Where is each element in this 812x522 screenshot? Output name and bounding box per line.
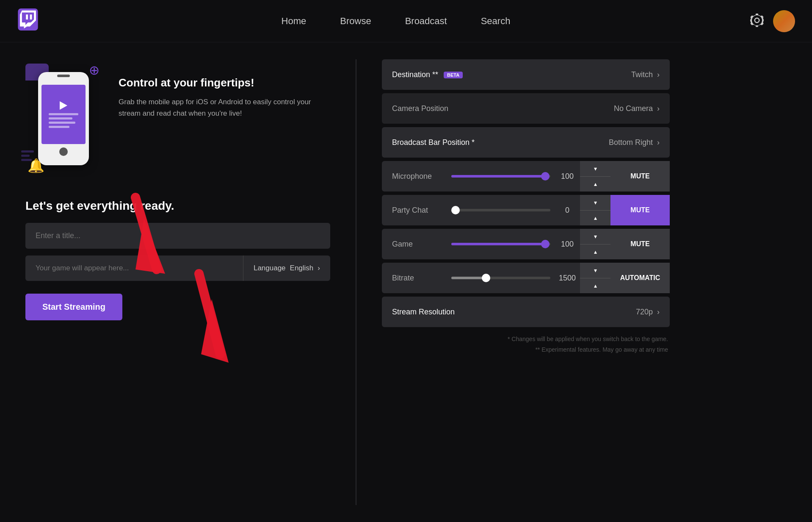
microphone-slider[interactable] — [451, 175, 550, 178]
party-chat-value: 0 — [555, 206, 580, 215]
camera-position-row[interactable]: Camera Position No Camera › — [382, 93, 670, 124]
stream-title-input[interactable] — [25, 223, 330, 249]
phone-home-button — [59, 147, 68, 156]
nav-search[interactable]: Search — [481, 16, 511, 27]
main-content: ⊕ — [0, 42, 812, 522]
party-chat-btn-group: ▾ ▴ — [580, 195, 610, 225]
avatar[interactable] — [773, 10, 795, 32]
chevron-right-icon: › — [318, 264, 320, 272]
nav-home[interactable]: Home — [282, 16, 307, 27]
camera-value: No Camera — [614, 104, 653, 113]
promo-title: Control at your fingertips! — [119, 76, 330, 89]
phone-lines — [49, 113, 78, 128]
game-thumb[interactable] — [541, 240, 550, 248]
microphone-label: Microphone — [392, 172, 447, 181]
resolution-value: 720p — [636, 308, 653, 317]
microphone-row: Microphone 100 ▾ ▴ MUTE — [382, 161, 670, 192]
camera-label: Camera Position — [392, 104, 614, 113]
phone-line — [49, 126, 69, 128]
setup-heading: Let's get everything ready. — [25, 199, 330, 213]
bitrate-slider[interactable] — [451, 277, 550, 279]
party-chat-thumb[interactable] — [451, 206, 460, 214]
game-row: Language English › — [25, 255, 330, 281]
settings-icon[interactable] — [749, 13, 765, 30]
game-slider[interactable] — [451, 243, 550, 245]
left-panel: ⊕ — [25, 59, 330, 320]
microphone-fill — [451, 175, 545, 178]
phone-line — [49, 117, 72, 119]
camera-chevron: › — [657, 104, 660, 113]
party-chat-label: Party Chat — [392, 206, 447, 215]
party-chat-mute-button[interactable]: MUTE — [610, 195, 670, 225]
bitrate-auto-button[interactable]: AUTOMATIC — [610, 263, 670, 293]
bitrate-label: Bitrate — [392, 274, 447, 283]
language-value: English — [290, 264, 314, 272]
broadcast-value: Bottom Right — [609, 138, 653, 147]
deco-satellite: ⊕ — [89, 63, 99, 78]
microphone-btn-group: ▾ ▴ — [580, 161, 610, 192]
left-panel-wrapper: ⊕ — [25, 59, 330, 505]
promo-description: Grab the mobile app for iOS or Android t… — [119, 96, 330, 119]
promo-text: Control at your fingertips! Grab the mob… — [119, 59, 330, 119]
broadcast-position-row[interactable]: Broadcast Bar Position * Bottom Right › — [382, 127, 670, 158]
deco-lines — [21, 150, 34, 161]
microphone-thumb[interactable] — [541, 172, 550, 180]
svg-rect-2 — [26, 14, 28, 19]
microphone-up-btn[interactable]: ▴ — [580, 177, 610, 192]
game-fill — [451, 243, 545, 245]
broadcast-label: Broadcast Bar Position * — [392, 138, 609, 147]
start-streaming-button[interactable]: Start Streaming — [25, 294, 122, 320]
destination-row[interactable]: Destination ** BETA Twitch › — [382, 59, 670, 90]
phone-play-icon — [60, 101, 67, 110]
resolution-chevron: › — [657, 308, 660, 317]
phone-line — [49, 113, 78, 115]
game-up-btn[interactable]: ▴ — [580, 244, 610, 260]
bitrate-down-btn[interactable]: ▾ — [580, 263, 610, 278]
bitrate-thumb[interactable] — [482, 274, 490, 282]
game-audio-row: Game 100 ▾ ▴ MUTE — [382, 229, 670, 259]
nav-browse[interactable]: Browse — [340, 16, 371, 27]
microphone-down-btn[interactable]: ▾ — [580, 161, 610, 177]
beta-badge: BETA — [444, 72, 463, 78]
phone-screen — [41, 85, 86, 144]
resolution-row[interactable]: Stream Resolution 720p › — [382, 297, 670, 327]
party-chat-row: Party Chat 0 ▾ ▴ MUTE — [382, 195, 670, 225]
game-value: 100 — [555, 240, 580, 249]
party-chat-slider[interactable] — [451, 209, 550, 211]
party-chat-up-btn[interactable]: ▴ — [580, 211, 610, 226]
footnote-line2: ** Experimental features. May go away at… — [382, 344, 668, 355]
svg-rect-1 — [30, 14, 32, 19]
destination-label: Destination ** BETA — [392, 70, 631, 79]
microphone-value: 100 — [555, 172, 580, 181]
header: Home Browse Broadcast Search — [0, 0, 812, 42]
destination-value: Twitch — [631, 70, 653, 79]
broadcast-chevron: › — [657, 138, 660, 147]
phone-notch — [57, 75, 70, 77]
bitrate-up-btn[interactable]: ▴ — [580, 278, 610, 294]
bitrate-fill — [451, 277, 486, 279]
bitrate-value: 1500 — [555, 274, 580, 283]
game-btn-group: ▾ ▴ — [580, 229, 610, 259]
header-actions — [749, 10, 795, 32]
language-selector[interactable]: Language English › — [243, 255, 330, 281]
footnote: * Changes will be applied when you switc… — [382, 334, 670, 355]
panel-divider — [356, 59, 356, 505]
phone-line — [49, 122, 75, 124]
main-nav: Home Browse Broadcast Search — [282, 16, 511, 27]
language-label: Language — [254, 264, 286, 272]
setup-section: Let's get everything ready. Language Eng… — [25, 199, 330, 320]
microphone-mute-button[interactable]: MUTE — [610, 161, 670, 192]
bitrate-btn-group: ▾ ▴ — [580, 263, 610, 293]
game-audio-label: Game — [392, 240, 447, 249]
promo-section: ⊕ — [25, 59, 330, 178]
right-panel: Destination ** BETA Twitch › Camera Posi… — [382, 59, 670, 505]
destination-chevron: › — [657, 70, 660, 79]
footnote-line1: * Changes will be applied when you switc… — [382, 334, 668, 344]
nav-broadcast[interactable]: Broadcast — [405, 16, 447, 27]
phone-illustration: ⊕ — [25, 59, 102, 178]
game-mute-button[interactable]: MUTE — [610, 229, 670, 259]
party-chat-down-btn[interactable]: ▾ — [580, 195, 610, 211]
game-input[interactable] — [25, 255, 243, 281]
game-down-btn[interactable]: ▾ — [580, 229, 610, 244]
twitch-logo[interactable] — [17, 8, 42, 34]
